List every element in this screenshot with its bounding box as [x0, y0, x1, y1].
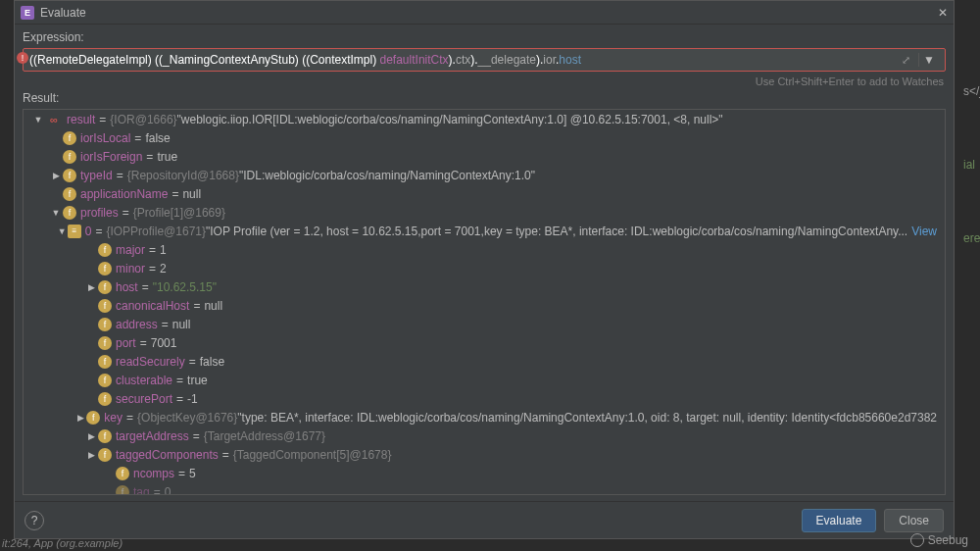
result-tree-panel[interactable]: ▼∞result = {IOR@1666} "weblogic.iiop.IOR…	[23, 109, 946, 495]
type-info: {TaggedComponent[5]@1678}	[233, 448, 392, 462]
equals-sign: =	[172, 187, 178, 201]
tree-row[interactable]: fsecurePort = -1	[24, 389, 945, 408]
titlebar: E Evaluate ✕	[15, 1, 954, 25]
expr-token: ((	[29, 53, 37, 67]
tree-row[interactable]: ▶ftargetAddress = {TargetAddress@1677}	[24, 426, 945, 445]
field-icon: f	[98, 262, 112, 276]
type-info: {TargetAddress@1677}	[204, 429, 325, 443]
collapse-icon[interactable]: ▼	[31, 115, 45, 125]
bg-code-line: s</j	[963, 55, 980, 128]
tree-row[interactable]: fcanonicalHost = null	[24, 296, 945, 315]
field-value: true	[187, 374, 208, 387]
status-bar: it:264, App (org.example)	[2, 537, 122, 549]
type-info: {ObjectKey@1676}	[137, 411, 237, 425]
field-name: address	[116, 318, 158, 331]
equals-sign: =	[149, 262, 156, 276]
field-value: true	[157, 150, 177, 164]
expand-icon[interactable]: ▶	[49, 171, 63, 180]
field-value: 0	[165, 485, 172, 496]
expand-icon[interactable]: ▶	[84, 431, 98, 441]
field-name: targetAddress	[116, 429, 189, 443]
equals-sign: =	[146, 150, 153, 164]
tree-row[interactable]: fport = 7001	[24, 333, 945, 352]
field-value: "type: BEA*, interface: IDL:weblogic/cor…	[237, 411, 937, 425]
field-value: 1	[160, 243, 167, 257]
result-label: Result:	[15, 89, 954, 107]
tree-row[interactable]: fncomps = 5	[24, 464, 945, 482]
tree-row[interactable]: fiorIsLocal = false	[24, 128, 945, 147]
expression-code[interactable]: ((RemoteDelegateImpl) ((_NamingContextAn…	[29, 53, 902, 67]
type-info: {IOPProfile@1671}	[106, 225, 206, 238]
equals-sign: =	[117, 169, 123, 182]
tree-row[interactable]: fmajor = 1	[24, 240, 945, 259]
expr-token: host	[559, 53, 581, 67]
field-value: null	[182, 187, 201, 201]
field-name: major	[116, 243, 145, 257]
expand-icon[interactable]: ▶	[84, 282, 98, 292]
tree-row[interactable]: ftag = 0	[24, 482, 945, 495]
dialog-footer: ? Evaluate Close	[15, 501, 954, 538]
expand-icon[interactable]: ▶	[84, 450, 98, 460]
tree-row[interactable]: fapplicationName = null	[24, 184, 945, 203]
equals-sign: =	[126, 411, 133, 425]
field-value: null	[204, 299, 222, 313]
tree-row[interactable]: ▼≡0 = {IOPProfile@1671} "IOP Profile (ve…	[24, 222, 945, 240]
expression-input[interactable]: ((RemoteDelegateImpl) ((_NamingContextAn…	[23, 48, 946, 72]
evaluate-button[interactable]: Evaluate	[802, 509, 877, 532]
equals-sign: =	[193, 429, 200, 443]
field-name: key	[104, 411, 122, 425]
equals-sign: =	[176, 374, 183, 387]
tree-row[interactable]: ▶fhost = "10.62.5.15"	[24, 277, 945, 296]
tree-row[interactable]: ▼∞result = {IOR@1666} "weblogic.iiop.IOR…	[24, 110, 945, 128]
expr-token: ctx	[456, 53, 470, 67]
equals-sign: =	[176, 392, 183, 406]
close-button[interactable]: Close	[884, 509, 944, 532]
tree-row[interactable]: ▶ftaggedComponents = {TaggedComponent[5]…	[24, 445, 945, 464]
field-name: applicationName	[80, 187, 168, 201]
tree-row[interactable]: ▶ftypeId = {RepositoryId@1668} "IDL:webl…	[24, 166, 945, 184]
tree-row[interactable]: fminor = 2	[24, 259, 945, 277]
help-button[interactable]: ?	[24, 511, 44, 530]
expression-label: Expression:	[15, 25, 954, 46]
field-icon: f	[63, 206, 76, 220]
equals-sign: =	[189, 355, 196, 369]
field-name: result	[67, 113, 95, 126]
expr-token: ContextImpl	[310, 53, 372, 67]
watermark: Seebug	[910, 533, 968, 547]
field-name: securePort	[116, 392, 172, 406]
field-value: "weblogic.iiop.IOR[IDL:weblogic/corba/co…	[177, 113, 723, 126]
collapse-icon[interactable]: ▼	[49, 208, 63, 218]
field-icon: f	[98, 392, 112, 406]
field-icon: f	[63, 169, 76, 182]
tree-row[interactable]: faddress = null	[24, 315, 945, 333]
field-icon: f	[98, 243, 112, 257]
type-info: {IOR@1666}	[110, 113, 176, 126]
array-index-icon: ≡	[68, 225, 81, 238]
expand-icon[interactable]: ⤢	[902, 54, 910, 67]
field-name: ncomps	[133, 467, 174, 480]
history-dropdown-icon[interactable]: ▼	[918, 53, 939, 67]
field-icon: f	[98, 336, 112, 350]
result-icon: ∞	[45, 113, 63, 126]
collapse-icon[interactable]: ▼	[57, 226, 68, 236]
expand-icon[interactable]: ▶	[74, 413, 86, 423]
field-icon: f	[63, 187, 76, 201]
tree-row[interactable]: ▶fkey = {ObjectKey@1676} "type: BEA*, in…	[24, 408, 945, 426]
tree-row[interactable]: fiorIsForeign = true	[24, 147, 945, 166]
tree-row[interactable]: ▼fprofiles = {Profile[1]@1669}	[24, 203, 945, 222]
field-value: false	[200, 355, 224, 369]
watermark-text: Seebug	[928, 533, 968, 547]
view-link[interactable]: View	[911, 225, 937, 238]
tree-row[interactable]: freadSecurely = false	[24, 352, 945, 371]
field-name: taggedComponents	[116, 448, 219, 462]
tree-row[interactable]: fclusterable = true	[24, 371, 945, 389]
close-icon[interactable]: ✕	[932, 6, 948, 20]
shortcut-hint: Use Ctrl+Shift+Enter to add to Watches	[15, 74, 954, 89]
field-value: "10.62.5.15"	[153, 280, 217, 294]
type-info: {Profile[1]@1669}	[133, 206, 225, 220]
bug-icon	[910, 533, 924, 547]
equals-sign: =	[122, 206, 129, 220]
expr-token: ) ((	[148, 53, 163, 67]
bg-code-line: ere	[963, 202, 980, 276]
evaluate-dialog: E Evaluate ✕ Expression: ! ((RemoteDeleg…	[14, 0, 955, 539]
